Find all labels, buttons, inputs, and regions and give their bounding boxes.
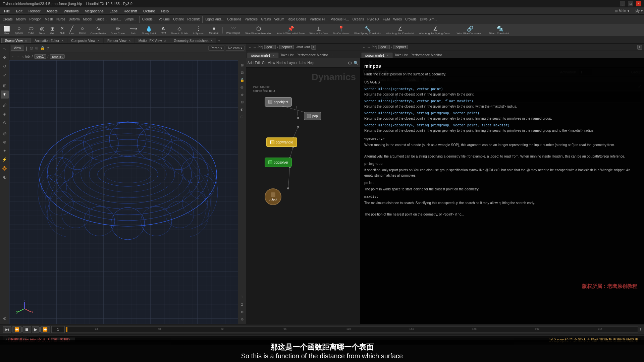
ng-layout-btn[interactable]: Layout [287, 61, 298, 65]
ng-nav-fwd[interactable]: → [253, 45, 256, 49]
sidebar-paint[interactable]: 🖊 [1, 101, 9, 109]
sidebar-view[interactable]: 👁 [1, 90, 9, 99]
props-popnet[interactable]: popnet [393, 45, 408, 49]
vp-sidebar-4[interactable]: ◎ [239, 84, 246, 90]
ng-help-btn[interactable]: Help [308, 61, 315, 65]
tab-ng-popnet[interactable]: popwrangle1 × [248, 53, 278, 58]
shelf-redshift[interactable]: Redshift [186, 17, 201, 21]
add-tab-btn[interactable]: + [217, 38, 221, 43]
menu-assets[interactable]: Assets [44, 8, 60, 14]
tool-curvebezier[interactable]: ∿ Curve Bezier [89, 25, 108, 36]
shelf-collisions[interactable]: Collisions [226, 17, 243, 21]
node-popwrangle[interactable]: popwrangle [266, 137, 297, 147]
shelf-terra[interactable]: Terra... [109, 17, 122, 21]
ng-obj[interactable]: /obj [258, 45, 263, 49]
sidebar-particle[interactable]: ✦ [1, 147, 9, 155]
shelf-simpli[interactable]: Simpli... [123, 17, 138, 21]
menu-octane[interactable]: Octane [141, 8, 158, 14]
ng-out-label[interactable]: /out [304, 45, 310, 49]
shelf-oceans[interactable]: Oceans [351, 17, 365, 21]
props-takelist[interactable]: Take List [393, 53, 409, 58]
shelf-particlefl[interactable]: Particle Fl... [309, 17, 329, 21]
nocam-dropdown[interactable]: No cam ▾ [226, 46, 245, 51]
lock-icon[interactable]: 🔒 [40, 46, 46, 50]
ng-edit-btn[interactable]: Edit [255, 61, 261, 65]
shelf-grains[interactable]: Grains [260, 17, 272, 21]
tool-wireglue[interactable]: 🔗 Wire Glue Constraint... [455, 25, 486, 36]
sidebar-handle[interactable]: ⊞ [1, 82, 9, 90]
tool-grid[interactable]: ⊞ Grid [48, 25, 57, 36]
shelf-vellum[interactable]: Vellum [273, 17, 285, 21]
ng-popnet[interactable]: popnet [279, 45, 294, 49]
tool-metaball[interactable]: ● Metaball [207, 25, 221, 36]
shelf-lights[interactable]: Lights and... [204, 17, 225, 21]
tab-renderview[interactable]: Render View × [104, 38, 135, 43]
tool-gluewire[interactable]: ⬡ Glue Wire to Animation [243, 25, 274, 36]
props-nav-fwd[interactable]: → [367, 45, 370, 49]
tool-circle[interactable]: ○ Circle [77, 25, 88, 36]
tab-close-motionfx[interactable]: × [164, 39, 166, 43]
props-nav-back[interactable]: ← [362, 45, 366, 49]
title-bar-right[interactable]: _ □ × [620, 1, 641, 6]
tool-spraypaint[interactable]: 💧 Spray Paint [140, 25, 158, 36]
tab-animation[interactable]: Animation Editor × [31, 38, 67, 43]
path-obj[interactable]: /obj [25, 55, 31, 58]
shelf-nurbs[interactable]: Nurbs [55, 17, 67, 21]
help-icon[interactable]: ? [46, 46, 50, 50]
ng-add-tab[interactable]: + [311, 45, 316, 50]
props-add-tab[interactable]: + [637, 45, 642, 50]
shelf-crowds[interactable]: Crowds [404, 17, 418, 21]
vp-sidebar-6[interactable]: ⊟ [239, 99, 246, 105]
ng-labs-btn[interactable]: Labs [299, 61, 306, 65]
tool-wireangular[interactable]: ∠ Wire Angular Constraint [384, 25, 416, 36]
sidebar-scale[interactable]: ⤢ [1, 71, 9, 79]
sidebar-rotate[interactable]: ↺ [1, 62, 9, 70]
props-perfmonitor[interactable]: Performance Monitor [409, 53, 443, 58]
tool-font[interactable]: A Font [159, 25, 168, 36]
close-btn[interactable]: × [636, 1, 641, 6]
sidebar-transform[interactable]: ✥ [1, 54, 9, 62]
maximize-btn[interactable]: □ [628, 1, 633, 6]
ng-settings-icon[interactable]: ⚙ [348, 60, 352, 66]
ng-search-icon[interactable]: 🔍 [354, 61, 359, 65]
ng-mat-label[interactable]: /mat [297, 45, 303, 49]
tool-line[interactable]: ╱ Line [67, 25, 76, 36]
tab-close-geospread[interactable]: × [211, 39, 213, 43]
shelf-rigidbodies[interactable]: Rigid Bodies [286, 17, 308, 21]
tool-null[interactable]: × Null [58, 25, 66, 36]
tab-geospread[interactable]: Geometry Spreadsheet × [170, 38, 216, 43]
persp-dropdown[interactable]: Persp ▾ [208, 46, 224, 51]
tab-close-composite[interactable]: × [98, 39, 100, 43]
shelf-modify[interactable]: Modify [15, 17, 27, 21]
vp-sidebar-12[interactable]: ⊘ [239, 316, 246, 322]
btn-next-key[interactable]: ⏩ [40, 326, 50, 333]
view-label[interactable]: View [11, 46, 24, 51]
menu-redshift[interactable]: Redshift [121, 8, 140, 14]
shelf-clouds[interactable]: Clouds... [141, 17, 157, 21]
sidebar-obj[interactable]: ◎ [1, 129, 9, 137]
menu-edit[interactable]: Edit [13, 8, 25, 14]
sidebar-pose[interactable]: ⊙ [1, 119, 9, 127]
shelf-drivesim[interactable]: Drive Sim... [419, 17, 439, 21]
vp-sidebar-1[interactable]: ⊞ [239, 62, 246, 68]
ng-perfmonitor[interactable]: Performance Monitor [295, 53, 329, 58]
shelf-volume[interactable]: Volume [157, 17, 171, 21]
tab-motionfx[interactable]: Motion FX View × [135, 38, 170, 43]
vp-sidebar-11[interactable]: ⊗ [239, 308, 246, 315]
ng-view-btn[interactable]: View [268, 61, 275, 65]
shelf-create[interactable]: Create [1, 17, 14, 21]
sidebar-select[interactable]: ↖ [1, 45, 9, 53]
ng-nav-back[interactable]: ← [248, 45, 252, 49]
btn-prev-key[interactable]: ⏪ [12, 326, 22, 333]
ng-takelist[interactable]: Take List [279, 53, 295, 58]
tab-composite[interactable]: Composite View × [67, 38, 103, 43]
vp-sidebar-2[interactable]: ⊡ [239, 69, 246, 76]
tab-close-ng[interactable]: × [273, 54, 275, 57]
snap-icon[interactable]: ◎ [29, 46, 34, 50]
menu-file[interactable]: File [1, 8, 13, 14]
vp-sidebar-8[interactable]: ⬡ [239, 113, 246, 120]
shelf-pyrofx[interactable]: Pyro FX [366, 17, 381, 21]
sidebar-sculpt[interactable]: ◈ [1, 110, 9, 118]
nodegraph-canvas[interactable]: Dynamics POP Source source first input [246, 68, 360, 324]
tool-tube[interactable]: ⬭ Tube [26, 25, 36, 36]
